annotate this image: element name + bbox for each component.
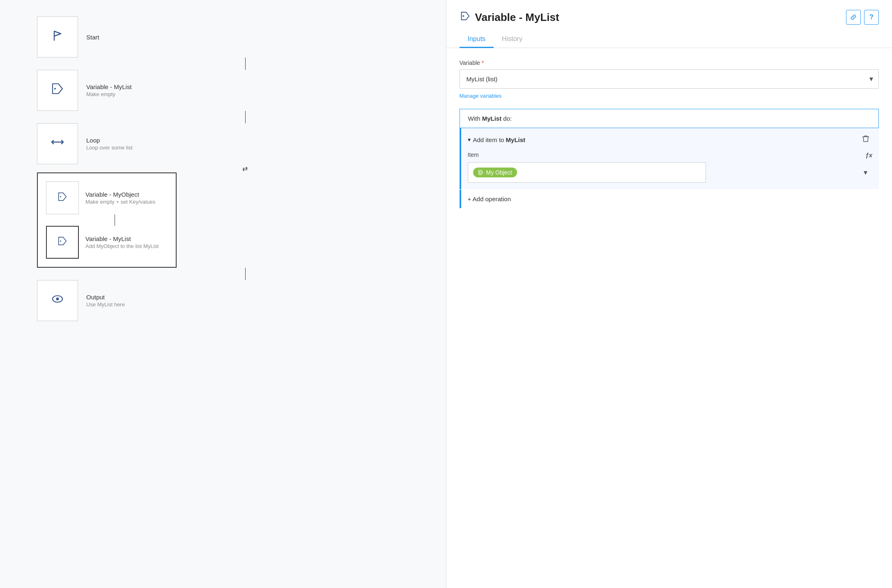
- header-buttons: ?: [846, 10, 879, 25]
- item-value-wrapper: My Object ▾: [468, 162, 872, 183]
- fx-icon: ƒx: [865, 152, 872, 158]
- loop-inner-wrapper: Variable - MyObject Make empty + set Key…: [37, 172, 177, 268]
- svg-point-4: [56, 298, 59, 301]
- right-panel: Variable - MyList ? Inputs History Varia…: [446, 0, 892, 588]
- variable-label-text: Variable: [460, 60, 480, 66]
- variable-mylist2-box[interactable]: [46, 226, 79, 259]
- start-title: Start: [86, 34, 99, 41]
- variable-mylist-title: Variable - MyList: [86, 83, 132, 90]
- link-button[interactable]: [846, 10, 861, 25]
- operation-block: ▾ Add item to MyList Item ƒx: [460, 128, 879, 189]
- variable-mylist2-title: Variable - MyList: [85, 235, 159, 242]
- loop-container: Variable - MyObject Make empty + set Key…: [37, 172, 177, 268]
- start-box[interactable]: [37, 16, 78, 57]
- fx-button[interactable]: ƒx: [865, 152, 872, 159]
- variable-field-label: Variable *: [460, 60, 879, 66]
- tab-inputs[interactable]: Inputs: [460, 31, 494, 48]
- svg-point-2: [60, 240, 61, 241]
- variable-mylist2-node[interactable]: Variable - MyList Add MyObject to the li…: [46, 226, 168, 259]
- output-label: Output Use MyList here: [86, 294, 125, 308]
- value-tag: My Object: [473, 168, 517, 177]
- variable-myobject-title: Variable - MyObject: [85, 191, 155, 198]
- item-row: Item ƒx: [468, 152, 872, 159]
- manage-variables-link[interactable]: Manage variables: [460, 93, 879, 99]
- variable-mylist2-label: Variable - MyList Add MyObject to the li…: [85, 235, 159, 249]
- operation-body: Item ƒx My Object: [461, 152, 879, 189]
- svg-point-5: [462, 15, 464, 17]
- question-icon: ?: [869, 14, 874, 21]
- value-tag-text: My Object: [486, 169, 512, 176]
- operation-title[interactable]: ▾ Add item to MyList: [468, 136, 526, 143]
- tag-icon-2: [57, 191, 68, 205]
- tag-icon-3: [57, 235, 68, 249]
- item-value-box[interactable]: My Object: [468, 162, 706, 183]
- variable-select-wrapper: MyList (list) ▾: [460, 69, 879, 89]
- add-operation-text: + Add operation: [468, 195, 511, 202]
- loop-box[interactable]: [37, 123, 78, 164]
- mylist-do-bar: With MyList do:: [460, 109, 879, 128]
- variable-mylist-box[interactable]: [37, 70, 78, 111]
- start-label: Start: [86, 34, 99, 41]
- output-subtitle: Use MyList here: [86, 301, 125, 308]
- page-title-text: Variable - MyList: [475, 11, 559, 24]
- page-title: Variable - MyList: [460, 10, 559, 25]
- variable-myobject-label: Variable - MyObject Make empty + set Key…: [85, 191, 155, 205]
- variable-select[interactable]: MyList (list): [460, 69, 879, 89]
- tabs: Inputs History: [446, 31, 892, 48]
- svg-point-0: [54, 88, 56, 90]
- right-content: Variable * MyList (list) ▾ Manage variab…: [446, 48, 892, 588]
- delete-operation-button[interactable]: [859, 134, 872, 146]
- eye-icon: [50, 292, 65, 310]
- output-title: Output: [86, 294, 125, 301]
- operation-title-text: Add item to MyList: [473, 136, 526, 143]
- flow-container: Start Variable - MyList Make empty: [12, 16, 434, 321]
- loop-node[interactable]: Loop Loop over some list: [37, 123, 434, 164]
- output-box[interactable]: [37, 280, 78, 321]
- output-node[interactable]: Output Use MyList here: [37, 280, 434, 321]
- operation-header: ▾ Add item to MyList: [461, 128, 879, 152]
- left-panel: Start Variable - MyList Make empty: [0, 0, 446, 588]
- variable-myobject-box[interactable]: [46, 181, 79, 214]
- add-operation-button[interactable]: + Add operation: [460, 190, 879, 208]
- item-label: Item: [468, 152, 479, 158]
- variable-myobject-node[interactable]: Variable - MyObject Make empty + set Key…: [46, 181, 168, 214]
- chevron-down-icon: ▾: [468, 136, 471, 143]
- variable-mylist-label: Variable - MyList Make empty: [86, 83, 132, 97]
- help-button[interactable]: ?: [864, 10, 879, 25]
- loop-label: Loop Loop over some list: [86, 137, 133, 151]
- right-header: Variable - MyList ?: [446, 0, 892, 25]
- connector-3: [245, 268, 246, 280]
- loop-badge-row: ⇄: [242, 164, 248, 172]
- title-tag-icon: [460, 10, 471, 25]
- variable-mylist-node[interactable]: Variable - MyList Make empty: [37, 70, 434, 111]
- loop-outer: Variable - MyObject Make empty + set Key…: [37, 172, 434, 268]
- start-node[interactable]: Start: [37, 16, 434, 57]
- inner-connector: [115, 214, 115, 226]
- tab-history[interactable]: History: [494, 31, 531, 48]
- svg-point-6: [479, 172, 480, 173]
- loop-title: Loop: [86, 137, 133, 144]
- mylist-do-text: With MyList do:: [468, 115, 512, 122]
- variable-myobject-subtitle: Make empty + set Key/values: [85, 199, 155, 205]
- loop-icon: [50, 135, 65, 153]
- connector-2: [245, 111, 246, 123]
- required-star: *: [482, 60, 484, 66]
- flag-icon: [50, 28, 65, 46]
- loop-subtitle: Loop over some list: [86, 145, 133, 151]
- tag-icon-1: [50, 81, 65, 99]
- variable-mylist2-subtitle: Add MyObject to the list MyList: [85, 243, 159, 249]
- connector-1: [245, 57, 246, 70]
- value-arrow-icon: ▾: [864, 168, 867, 177]
- loop-repeat-icon: ⇄: [242, 165, 248, 172]
- svg-point-1: [60, 196, 61, 197]
- variable-mylist-subtitle: Make empty: [86, 91, 132, 97]
